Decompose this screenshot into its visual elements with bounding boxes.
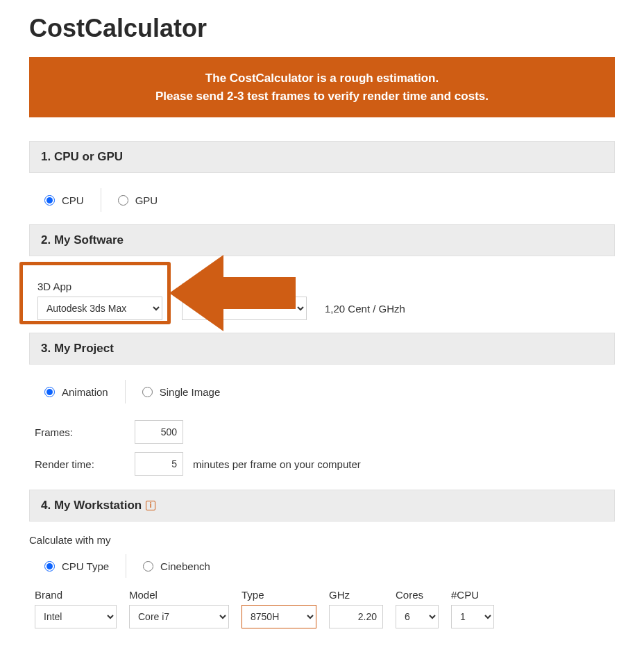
- software-row: 3D App Autodesk 3ds Max Renderer 1,20 Ce…: [29, 269, 615, 333]
- ncpu-label: #CPU: [451, 589, 494, 601]
- 3d-app-label: 3D App: [37, 281, 169, 292]
- divider: [126, 554, 126, 578]
- model-select[interactable]: Core i7: [129, 605, 229, 628]
- rendertime-suffix: minutes per frame on your computer: [193, 458, 361, 470]
- cores-label: Cores: [396, 589, 439, 601]
- model-label: Model: [129, 589, 229, 601]
- ghz-label: GHz: [329, 589, 383, 601]
- radio-cpu-type-input[interactable]: [44, 561, 55, 572]
- radio-cpu-type-label: CPU Type: [62, 560, 109, 572]
- radio-single-image[interactable]: Single Image: [142, 386, 221, 398]
- frames-row: Frames:: [29, 416, 615, 448]
- radio-gpu[interactable]: GPU: [118, 194, 158, 206]
- 3d-app-select[interactable]: Autodesk 3ds Max: [37, 297, 162, 320]
- page-title: CostCalculator: [29, 14, 615, 43]
- ghz-input[interactable]: [329, 605, 383, 628]
- workstation-row: Brand Intel Model Core i7 Type 8750H GHz…: [29, 588, 615, 628]
- frames-input[interactable]: [135, 420, 183, 444]
- radio-cpu[interactable]: CPU: [44, 194, 84, 206]
- calc-method-radios: CPU Type Cinebench: [29, 551, 615, 588]
- radio-animation-input[interactable]: [44, 387, 55, 397]
- radio-cpu-type[interactable]: CPU Type: [44, 560, 109, 572]
- estimation-banner: The CostCalculator is a rough estimation…: [29, 57, 615, 117]
- cores-select[interactable]: 6: [396, 605, 439, 628]
- radio-single-image-input[interactable]: [142, 387, 153, 397]
- project-type-radios: Animation Single Image: [29, 377, 615, 416]
- rendertime-label: Render time:: [35, 458, 125, 470]
- renderer-label: Renderer: [182, 281, 307, 292]
- ncpu-select[interactable]: 1: [451, 605, 494, 628]
- section-3-header: 3. My Project: [29, 333, 615, 365]
- brand-label: Brand: [35, 589, 117, 601]
- radio-cpu-label: CPU: [62, 194, 84, 206]
- info-icon[interactable]: i: [146, 501, 155, 510]
- divider: [125, 380, 126, 403]
- banner-line-2: Please send 2-3 test frames to verify re…: [36, 88, 608, 106]
- radio-cpu-input[interactable]: [44, 195, 55, 206]
- calc-with-label: Calculate with my: [29, 534, 615, 551]
- section-1-header: 1. CPU or GPU: [29, 141, 615, 173]
- radio-animation-label: Animation: [62, 386, 108, 398]
- renderer-select[interactable]: [182, 297, 307, 320]
- radio-cinebench[interactable]: Cinebench: [143, 560, 210, 572]
- section-2-header: 2. My Software: [29, 224, 615, 256]
- section-4-title: 4. My Workstation: [41, 499, 142, 512]
- type-label: Type: [242, 589, 316, 601]
- cpu-gpu-radios: CPU GPU: [29, 185, 615, 224]
- section-2-title: 2. My Software: [41, 233, 124, 247]
- radio-cinebench-label: Cinebench: [160, 560, 210, 572]
- banner-line-1: The CostCalculator is a rough estimation…: [36, 69, 608, 88]
- section-1-title: 1. CPU or GPU: [41, 150, 123, 164]
- frames-label: Frames:: [35, 426, 125, 438]
- radio-single-image-label: Single Image: [160, 386, 221, 398]
- section-4-header: 4. My Workstation i: [29, 490, 615, 522]
- radio-animation[interactable]: Animation: [44, 386, 108, 398]
- radio-cinebench-input[interactable]: [143, 561, 153, 572]
- radio-gpu-input[interactable]: [118, 195, 128, 206]
- divider: [101, 188, 101, 212]
- rendertime-row: Render time: minutes per frame on your c…: [29, 448, 615, 480]
- price-text: 1,20 Cent / GHzh: [325, 303, 405, 320]
- rendertime-input[interactable]: [135, 452, 183, 476]
- section-3-title: 3. My Project: [41, 342, 114, 356]
- type-select[interactable]: 8750H: [242, 605, 316, 628]
- radio-gpu-label: GPU: [135, 194, 158, 206]
- brand-select[interactable]: Intel: [35, 605, 117, 628]
